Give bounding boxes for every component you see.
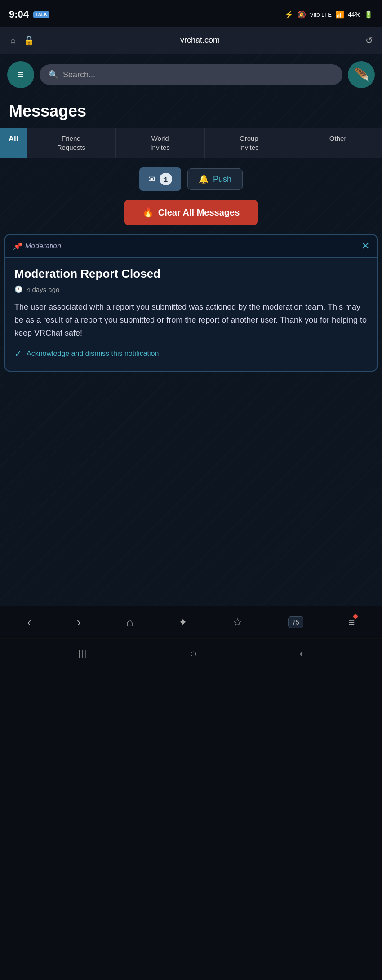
nav-forward-button[interactable]: › [71,612,87,632]
status-bar: 9:04 TALK ⚡ 🔕 Vito LTE 📶 44% 🔋 [0,0,382,27]
signal-icon: 📶 [335,10,344,19]
android-home-bar: ||| ○ ‹ [0,638,382,668]
search-icon: 🔍 [49,70,58,80]
nav-back-button[interactable]: ‹ [21,612,37,632]
search-input-wrap[interactable]: 🔍 Search... [40,64,342,85]
forward-icon: › [77,615,81,629]
tabs-count-badge: 75 [288,616,303,628]
android-home-icon[interactable]: ○ [190,647,197,661]
tab-world-invites[interactable]: WorldInvites [116,128,205,158]
talk-badge: TALK [33,11,49,18]
back-icon: ‹ [27,615,31,629]
nav-badge [353,614,358,619]
notification-header: 📌 Moderation ✕ [5,235,377,258]
messages-section: Messages All FriendRequests WorldInvites… [0,93,382,606]
inbox-icon: ✉ [148,174,155,184]
star-icon: ☆ [233,616,243,629]
hamburger-icon: ≡ [18,68,24,81]
status-left: 9:04 TALK [9,9,49,20]
messages-title: Messages [0,102,382,128]
nav-items: ‹ › ⌂ ✦ ☆ 75 ≡ [0,612,382,632]
action-row: ✉ 1 🔔 Push [0,158,382,195]
home-icon: ⌂ [126,616,133,629]
tab-group-invites[interactable]: GroupInvites [205,128,294,158]
browser-url[interactable]: vrchat.com [180,36,220,45]
fire-icon: 🔥 [142,207,154,218]
clock-icon: 🕐 [14,285,23,293]
carrier-text: Vito LTE [310,11,332,18]
acknowledge-button[interactable]: ✓ Acknowledge and dismiss this notificat… [14,348,368,366]
bottom-navigation: ‹ › ⌂ ✦ ☆ 75 ≡ [0,606,382,638]
status-time: 9:04 [9,9,29,20]
lock-icon: 🔒 [23,35,35,46]
push-label: Push [213,175,231,184]
app-header: ≡ 🔍 Search... 🪶 [0,54,382,93]
tabs-bar: All FriendRequests WorldInvites GroupInv… [0,128,382,158]
ack-text: Acknowledge and dismiss this notificatio… [27,350,159,358]
nav-menu-button[interactable]: ≡ [342,613,361,631]
status-right: ⚡ 🔕 Vito LTE 📶 44% 🔋 [284,10,373,19]
checkmark-icon: ✓ [14,348,22,359]
nav-tabs-button[interactable]: 75 [282,614,310,631]
tab-friend-requests[interactable]: FriendRequests [27,128,116,158]
notification-time: 🕐 4 days ago [14,285,368,293]
empty-area [0,381,382,606]
battery-percent: 44% [348,11,360,18]
android-back-icon[interactable]: ||| [78,649,87,658]
tab-all[interactable]: All [0,128,27,158]
bell-icon: 🔔 [199,174,209,184]
push-button[interactable]: 🔔 Push [187,168,243,190]
nav-home-button[interactable]: ⌂ [120,613,140,632]
tab-other[interactable]: Other [293,128,382,158]
notification-title: Moderation Report Closed [14,267,368,281]
search-bar: ≡ 🔍 Search... 🪶 [7,61,375,88]
notification-type: 📌 Moderation [13,242,61,251]
reload-icon[interactable]: ↺ [365,35,373,46]
inbox-badge: 1 [160,173,172,185]
sparkle-icon: ✦ [178,616,187,629]
clear-label: Clear All Messages [158,207,240,218]
avatar-icon: 🪶 [354,67,369,82]
clear-btn-wrap: 🔥 Clear All Messages [0,195,382,234]
pin-icon: 📌 [13,242,22,251]
inbox-button[interactable]: ✉ 1 [139,167,181,191]
android-recents-icon[interactable]: ‹ [299,646,303,661]
time-text: 4 days ago [27,286,59,293]
battery-icon: 🔋 [364,10,373,19]
clear-all-button[interactable]: 🔥 Clear All Messages [124,200,258,225]
browser-bar: ☆ 🔒 vrchat.com ↺ [0,27,382,54]
bluetooth-icon: ⚡ [284,10,293,19]
notification-container: 📌 Moderation ✕ Moderation Report Closed … [0,234,382,381]
favorite-icon[interactable]: ☆ [9,35,17,46]
notification-card: 📌 Moderation ✕ Moderation Report Closed … [4,234,378,372]
close-notification-button[interactable]: ✕ [361,240,369,252]
nav-star-button[interactable]: ☆ [227,613,249,631]
search-placeholder: Search... [63,70,95,80]
notification-body: Moderation Report Closed 🕐 4 days ago Th… [5,258,377,371]
menu-button[interactable]: ≡ [7,61,34,88]
browser-icons-left: ☆ 🔒 [9,35,35,46]
notification-category: Moderation [25,242,61,250]
avatar-button[interactable]: 🪶 [348,61,375,88]
mute-icon: 🔕 [297,10,306,19]
nav-sparkle-button[interactable]: ✦ [172,613,194,631]
notification-text: The user associated with a report you su… [14,301,368,339]
